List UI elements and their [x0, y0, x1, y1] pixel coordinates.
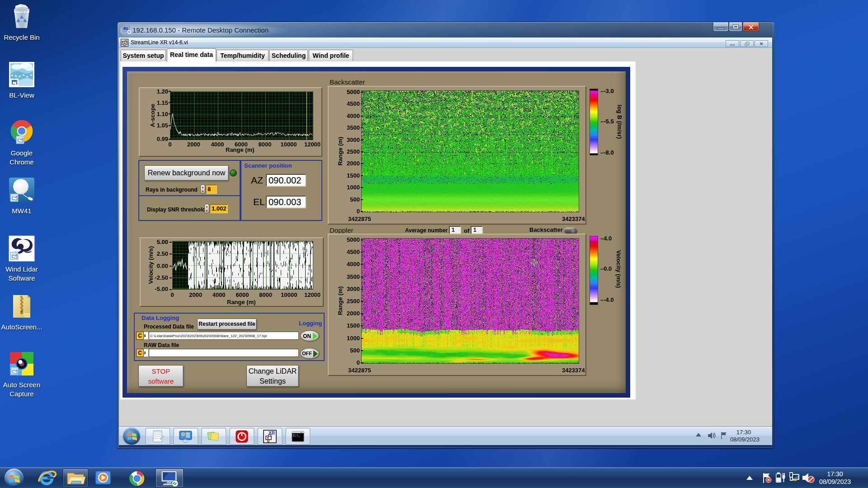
- svg-text:C:\_: C:\_: [293, 434, 300, 437]
- svg-text:!: !: [797, 479, 797, 482]
